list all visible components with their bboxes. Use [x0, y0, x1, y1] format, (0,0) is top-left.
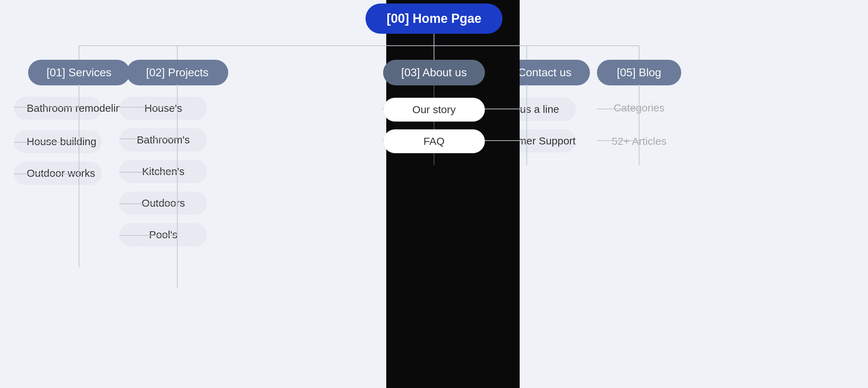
node-services[interactable]: [01] Services — [28, 60, 130, 85]
node-outdoor-works[interactable]: Outdoor works — [14, 162, 102, 185]
node-articles: 52+ Articles — [597, 135, 681, 147]
node-categories[interactable]: Categories — [597, 102, 681, 114]
node-about[interactable]: [03] About us — [383, 60, 485, 85]
node-blog[interactable]: [05] Blog — [597, 60, 681, 85]
node-faq[interactable]: FAQ — [383, 129, 485, 153]
node-kitchens[interactable]: Kitchen's — [119, 160, 207, 183]
node-outdoors[interactable]: Outdoors — [119, 192, 207, 215]
node-bathrooms[interactable]: Bathroom's — [119, 128, 207, 151]
dark-center-overlay — [386, 0, 520, 388]
node-pools[interactable]: Pool's — [119, 223, 207, 246]
node-our-story[interactable]: Our story — [383, 98, 485, 122]
node-house-building[interactable]: House building — [14, 130, 102, 153]
root-node[interactable]: [00] Home Pgae — [366, 4, 502, 34]
node-houses[interactable]: House's — [119, 97, 207, 120]
node-bathroom-remodeling[interactable]: Bathroom remodeling — [14, 97, 102, 120]
diagram-container: [00] Home Pgae [01] Services [02] Projec… — [0, 0, 868, 388]
node-projects[interactable]: [02] Projects — [126, 60, 228, 85]
